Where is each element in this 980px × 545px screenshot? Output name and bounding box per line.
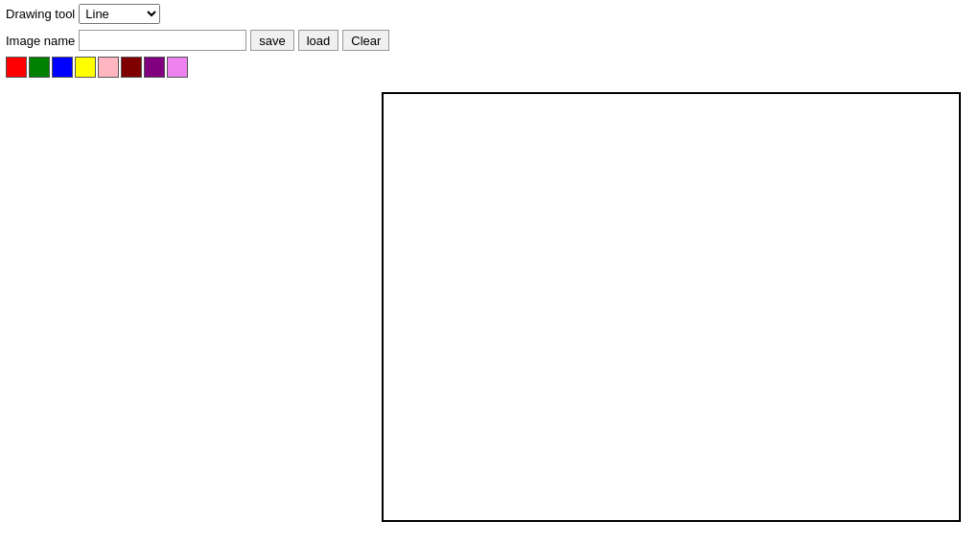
save-button[interactable]: save	[250, 30, 293, 51]
drawing-tool-label: Drawing tool	[6, 7, 75, 21]
image-name-row: Image name save load Clear	[0, 28, 980, 53]
color-swatch-violet[interactable]	[167, 57, 188, 78]
color-swatch-blue[interactable]	[52, 57, 73, 78]
image-name-label: Image name	[6, 34, 75, 48]
color-swatch-pink[interactable]	[98, 57, 119, 78]
drawing-tool-row: Drawing tool Line Rectangle Ellipse Penc…	[0, 0, 980, 28]
image-name-input[interactable]	[79, 30, 246, 51]
drawing-tool-select[interactable]: Line Rectangle Ellipse Pencil	[79, 4, 160, 24]
color-swatch-green[interactable]	[29, 57, 50, 78]
color-swatch-yellow[interactable]	[75, 57, 96, 78]
color-palette-row	[0, 53, 980, 82]
drawing-canvas[interactable]	[382, 92, 961, 522]
load-button[interactable]: load	[298, 30, 339, 51]
color-swatch-red[interactable]	[6, 57, 27, 78]
clear-button[interactable]: Clear	[342, 30, 389, 51]
color-swatch-dark-red[interactable]	[121, 57, 142, 78]
color-swatch-purple[interactable]	[144, 57, 165, 78]
